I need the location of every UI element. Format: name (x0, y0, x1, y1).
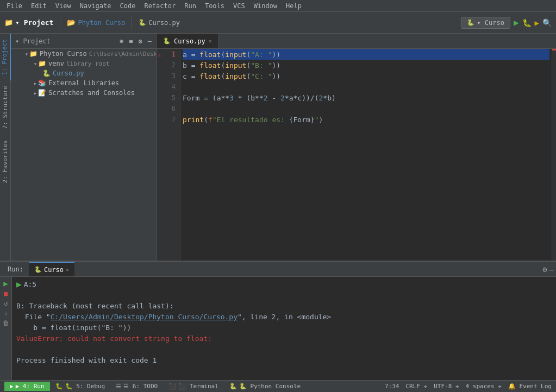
sidebar-tab-favorites[interactable]: 2: Favorites (0, 135, 10, 188)
todo-status-btn[interactable]: ☰ ☰ 6: TODO (110, 382, 163, 391)
code-line-6[interactable] (183, 103, 549, 114)
console-settings-icon[interactable]: ⚙ (542, 265, 547, 274)
tree-item-scratches[interactable]: ▸ 📝 Scratches and Consoles (23, 88, 156, 98)
menu-refactor[interactable]: Refactor (140, 1, 180, 11)
console-input-icon: ▶ (16, 279, 22, 290)
current-file-tab[interactable]: Curso.py (148, 19, 180, 27)
tab-close-icon[interactable]: ✕ (209, 38, 212, 44)
debug-button[interactable]: 🐛 (522, 18, 532, 27)
minimize-icon[interactable]: — (148, 37, 152, 45)
tree-item-project-root[interactable]: ▾ 📁 Phyton Curso C:\Users\Admin\Deskto (23, 49, 156, 59)
console-run-btn[interactable]: ▶ (3, 279, 8, 288)
status-bar-right: 7:34 CRLF ÷ UTF-8 ÷ 4 spaces ÷ 🔔 Event L… (385, 383, 552, 390)
settings-icon[interactable]: ≡ (129, 37, 133, 45)
project-dropdown-btn[interactable]: ▾ Project (15, 37, 51, 45)
tree-item-curso-py[interactable]: 🐍 Curso.py (23, 68, 156, 78)
debug-status-icon: 🐛 (55, 383, 63, 390)
scratches-label: Scratches and Consoles (48, 89, 135, 97)
editor-area: 🐍 Curso.py ✕ ⚠ 1 2 3 4 5 6 7 (157, 34, 556, 261)
console-error-text: ValueError: could not convert string to … (16, 333, 212, 344)
expand-arrow-icon: ▾ (25, 51, 28, 57)
indent[interactable]: 4 spaces ÷ (466, 383, 502, 390)
code-line-3[interactable]: c = float ( input ( "C: " )) (183, 71, 549, 81)
debug-status-label: 🐛 5: Debug (65, 383, 105, 390)
status-bar: ▶ ▶ 4: Run 🐛 🐛 5: Debug ☰ ☰ 6: TODO ⬛ ⬛ … (0, 380, 556, 392)
project-root-path: C:\Users\Admin\Deskto (89, 50, 156, 58)
menu-file[interactable]: File (2, 1, 27, 11)
line-ending[interactable]: CRLF ÷ (405, 383, 427, 390)
run-button[interactable]: ▶ (514, 17, 519, 28)
console-rerun-btn[interactable]: ↺ (4, 300, 8, 307)
tab-file-icon: 🐍 (163, 37, 171, 45)
console-output[interactable]: ▶ A:5 B: Traceback (most recent call las… (12, 277, 556, 380)
console-empty-2 (16, 344, 21, 355)
toolbar-right: 🐍 ▾ Curso ▶ 🐛 ▶ 🔍 (461, 17, 552, 29)
tree-item-external-libs[interactable]: ▸ 📚 External Libraries (23, 78, 156, 88)
debug-status-btn[interactable]: 🐛 🐛 5: Debug (50, 382, 111, 391)
search-button[interactable]: 🔍 (542, 18, 552, 27)
event-log[interactable]: 🔔 Event Log (508, 383, 552, 390)
code-line-1[interactable]: a = float ( input ( "A: " )) (183, 49, 549, 60)
run-with-coverage-button[interactable]: ▶ (535, 18, 539, 27)
file-icon-toolbar: 🐍 (139, 19, 146, 26)
code-line-7[interactable]: print ( f "El resultado es: { Form } " ) (183, 114, 549, 125)
project-root-label: Phyton Curso (40, 50, 87, 58)
sidebar-tab-structure[interactable]: 7: Structure (0, 80, 10, 134)
console-file-suffix: ", line 2, in <module> (238, 312, 331, 323)
console-scroll-btn[interactable]: ⇩ (4, 309, 8, 317)
venv-expand-arrow-icon: ▾ (34, 61, 37, 67)
gear-icon[interactable]: ⚙ (139, 37, 142, 45)
menu-code[interactable]: Code (116, 1, 140, 11)
venv-folder-icon: 📁 (38, 60, 46, 67)
project-folder-icon: 📁 (4, 18, 13, 27)
run-tab-close-icon[interactable]: ✕ (66, 267, 69, 273)
run-tab-icon: 🐍 (34, 266, 42, 273)
console-stop-btn[interactable]: ■ (4, 290, 8, 298)
console-area: ▶ ■ ↺ ⇩ 🗑 ▶ A:5 B: Traceback (most recen… (0, 277, 556, 380)
console-input-text: A:5 (24, 279, 36, 290)
run-tab-curso[interactable]: 🐍 Curso ✕ (29, 262, 74, 276)
console-file-link[interactable]: C:/Users/Admin/Desktop/Phyton Curso/Curs… (51, 312, 238, 323)
status-tab-group: ▶ ▶ 4: Run 🐛 🐛 5: Debug ☰ ☰ 6: TODO ⬛ ⬛ … (4, 382, 306, 391)
right-error-gutter (552, 49, 556, 261)
python-console-btn[interactable]: 🐍 🐍 Python Console (224, 382, 306, 391)
editor-tab-curso-py[interactable]: 🐍 Curso.py ✕ (157, 34, 219, 48)
menu-tools[interactable]: Tools (201, 1, 229, 11)
bottom-panel: Run: 🐍 Curso ✕ ⚙ — ▶ ■ ↺ ⇩ 🗑 ▶ A:5 (0, 261, 556, 380)
menu-navigate[interactable]: Navigate (76, 1, 116, 11)
menu-run[interactable]: Run (180, 1, 201, 11)
run-status-btn[interactable]: ▶ ▶ 4: Run (4, 382, 50, 391)
encoding[interactable]: UTF-8 ÷ (434, 383, 459, 390)
todo-status-icon: ☰ (116, 383, 121, 390)
code-line-2[interactable]: b = float ( input ( "B: " )) (183, 60, 549, 71)
menu-window[interactable]: Window (249, 1, 282, 11)
console-line-7 (16, 344, 552, 355)
cursor-position[interactable]: 7:34 (385, 383, 399, 390)
left-vert-tabs: 1: Project 7: Structure 2: Favorites (0, 34, 11, 261)
code-line-5[interactable]: Form = ( a ** 3 * ( b ** 2 - 2 * a * c )… (183, 92, 549, 103)
menu-vcs[interactable]: VCS (229, 1, 249, 11)
menu-edit[interactable]: Edit (27, 1, 51, 11)
sidebar: ▾ Project ⊕ ≡ ⚙ — ▾ 📁 Phyton Curso C:\Us… (11, 34, 157, 261)
run-label: Run: (2, 262, 29, 276)
menu-help[interactable]: Help (282, 1, 306, 11)
ext-libs-label: External Libraries (48, 79, 119, 87)
run-label-text: Run: (8, 265, 23, 273)
menu-view[interactable]: View (51, 1, 76, 11)
error-marker-icon: ⚠ (158, 52, 161, 58)
terminal-status-btn[interactable]: ⬛ ⬛ Terminal (163, 382, 224, 391)
code-line-4[interactable] (183, 81, 549, 92)
console-minimize-icon[interactable]: — (549, 265, 554, 274)
add-content-icon[interactable]: ⊕ (120, 37, 123, 45)
project-label[interactable]: ▾ Project (15, 18, 53, 27)
sidebar-tab-project[interactable]: 1: Project (0, 34, 11, 80)
code-content[interactable]: a = float ( input ( "A: " )) b = float (… (180, 49, 552, 261)
tree-item-venv[interactable]: ▾ 📁 venv library root (23, 59, 156, 68)
editor-tabs: 🐍 Curso.py ✕ (157, 34, 556, 49)
run-config-btn[interactable]: 🐍 ▾ Curso (461, 17, 510, 29)
console-clear-btn[interactable]: 🗑 (3, 319, 9, 327)
venv-label: venv (48, 60, 64, 67)
console-code-line: b = float(input("B: ")) (16, 323, 131, 333)
scratches-arrow-icon: ▸ (34, 90, 37, 96)
bottom-panel-tabs: Run: 🐍 Curso ✕ ⚙ — (0, 262, 556, 277)
